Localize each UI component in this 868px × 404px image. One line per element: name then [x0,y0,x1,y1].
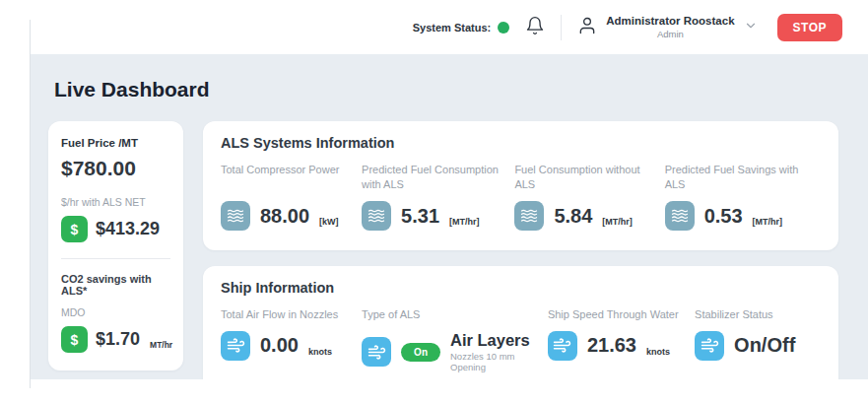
mdo-label: MDO [61,306,170,318]
page-title: Live Dashboard [54,78,838,101]
chevron-down-icon[interactable] [744,19,758,36]
bell-icon [525,16,545,38]
user-name: Administrator Roostack [606,14,734,28]
user-icon [577,16,597,39]
wind-icon [221,331,250,361]
co2-savings-unit: MT/hr [150,340,172,353]
metric-predicted-fuel-savings-with-als: Predicted Fuel Savings with ALS 0 [665,163,821,231]
fuel-price-card: Fuel Price /MT $780.00 $/hr with ALS NET… [48,121,183,370]
co2-savings-row: $ $1.70 MT/hr [61,326,170,353]
wind-icon [695,331,724,361]
co2-savings-value: $1.70 [96,329,140,350]
dollar-icon: $ [61,326,88,353]
waves-icon [665,201,695,231]
fuel-price-label: Fuel Price /MT [61,137,170,149]
user-menu[interactable]: Administrator Roostack Admin [577,14,757,39]
card-divider [61,258,170,259]
metric-fuel-consumption-without-als: Fuel Consumption without ALS 5.84 [514,163,664,231]
metric-total-air-flow: Total Air Flow in Nozzles 0.00 knots [221,307,362,372]
user-role: Admin [657,29,684,40]
system-status-indicator [498,22,509,34]
metric-total-compressor-power: Total Compressor Power 88.00 [221,163,362,231]
co2-savings-label: CO2 savings with ALS* [61,273,170,297]
metric-ship-speed: Ship Speed Through Water 21.63 knots [548,307,695,372]
ship-section-title: Ship Information [221,280,821,296]
als-net-value: $413.29 [96,219,160,239]
system-status-label: System Status: [413,22,491,34]
als-net-row: $ $413.29 [61,216,170,242]
metric-stabilizer-status: Stabilizer Status On/Off [695,307,821,372]
top-header: System Status: Administrator Roostack Ad… [0,0,868,54]
als-net-label: $/hr with ALS NET [61,196,170,208]
fuel-price-value: $780.00 [61,157,170,180]
wind-icon [548,331,577,361]
als-section-title: ALS Systems Information [221,135,821,151]
ship-information-card: Ship Information Total Air Flow in Nozzl… [203,266,838,379]
als-systems-card: ALS Systems Information Total Compressor… [203,121,838,250]
stop-button[interactable]: STOP [777,14,842,41]
header-divider [561,15,562,40]
als-on-badge: On [401,343,440,362]
metric-predicted-fuel-consumption-with-als: Predicted Fuel Consumption with ALS [362,163,514,231]
wind-icon [362,337,391,367]
notifications-button[interactable] [525,16,545,38]
waves-icon [362,201,391,231]
als-type-value: Air Layers Nozzles 10 mm Opening [450,331,548,373]
system-status: System Status: [413,22,509,34]
metric-type-of-als: Type of ALS On Air La [362,307,548,372]
main-content: Live Dashboard Fuel Price /MT $780.00 $/… [31,54,868,379]
dollar-icon: $ [61,216,88,242]
waves-icon [221,201,250,231]
waves-icon [514,201,544,231]
user-info: Administrator Roostack Admin [606,14,734,39]
